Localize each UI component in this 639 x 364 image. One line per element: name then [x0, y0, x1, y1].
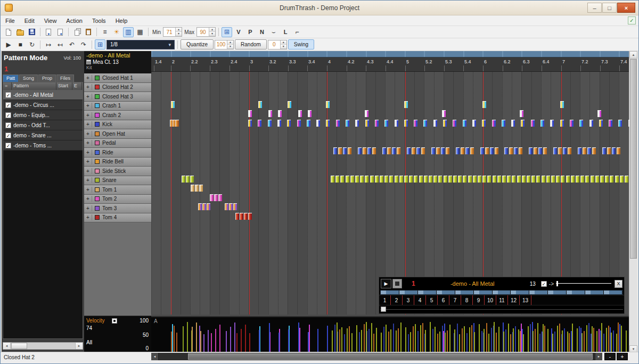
note[interactable] — [453, 176, 457, 183]
velocity-bar[interactable] — [619, 324, 620, 352]
pattern-row[interactable]: ✓-demo - All Metal — [3, 90, 83, 100]
velocity-bar[interactable] — [543, 324, 544, 352]
note[interactable] — [597, 110, 601, 117]
note[interactable] — [277, 120, 281, 127]
note[interactable] — [191, 185, 194, 192]
measure-cell[interactable]: 3 — [403, 295, 414, 305]
velocity-bar[interactable] — [486, 323, 487, 352]
note[interactable] — [365, 110, 368, 117]
velocity-bar[interactable] — [349, 326, 350, 352]
track-row[interactable]: +Crash 1 — [84, 102, 151, 111]
note[interactable] — [244, 213, 248, 220]
note[interactable] — [384, 176, 388, 183]
velocity-bar[interactable] — [364, 324, 365, 352]
paste-button[interactable] — [83, 27, 94, 37]
note[interactable] — [171, 101, 175, 108]
velocity-bar[interactable] — [430, 322, 431, 352]
note[interactable] — [298, 110, 302, 117]
note[interactable] — [335, 176, 339, 183]
velocity-bar[interactable] — [596, 331, 597, 352]
note[interactable] — [478, 176, 481, 183]
note[interactable] — [326, 101, 330, 108]
note[interactable] — [346, 176, 349, 183]
note[interactable] — [367, 147, 371, 154]
note[interactable] — [444, 176, 447, 183]
note[interactable] — [583, 147, 586, 154]
note[interactable] — [618, 120, 622, 127]
note[interactable] — [365, 120, 369, 127]
max-up-icon[interactable]: ▴ — [209, 28, 215, 32]
note[interactable] — [482, 120, 486, 127]
note[interactable] — [504, 147, 508, 154]
note[interactable] — [248, 120, 252, 127]
note[interactable] — [542, 176, 545, 183]
random-up-icon[interactable]: ▴ — [281, 40, 286, 45]
track-row[interactable]: +Tom 4 — [84, 213, 151, 223]
velocity-bar[interactable] — [562, 330, 563, 352]
note[interactable] — [297, 120, 301, 127]
track-add-button[interactable]: + — [84, 112, 92, 118]
note[interactable] — [382, 147, 386, 154]
note[interactable] — [540, 120, 544, 127]
note[interactable] — [307, 120, 310, 127]
velocity-bar[interactable] — [601, 323, 602, 352]
note[interactable] — [560, 120, 564, 127]
timeline-ruler[interactable]: 1.422.22.32.433.23.33.444.24.34.455.25.3… — [151, 57, 630, 72]
measure-cell[interactable]: 8 — [461, 295, 473, 305]
note[interactable] — [438, 176, 442, 183]
velocity-bar[interactable] — [234, 322, 235, 352]
note[interactable] — [268, 110, 272, 117]
measure-cell[interactable]: 4 — [414, 295, 426, 305]
note[interactable] — [358, 147, 362, 154]
measure-cell[interactable]: 9 — [473, 295, 485, 305]
velocity-bar[interactable] — [547, 329, 548, 352]
note[interactable] — [482, 176, 486, 183]
note[interactable] — [442, 110, 446, 117]
grid-hscrollbar[interactable]: ◂ ▸ — [151, 353, 602, 360]
velocity-bar[interactable] — [508, 324, 509, 352]
note[interactable] — [576, 176, 579, 183]
velocity-bar[interactable] — [226, 331, 227, 352]
note[interactable] — [207, 203, 210, 210]
note[interactable] — [571, 176, 575, 183]
velocity-bar[interactable] — [393, 324, 394, 352]
velocity-bar[interactable] — [383, 327, 384, 352]
open-button[interactable] — [15, 27, 26, 37]
note[interactable] — [195, 185, 199, 192]
velocity-bar[interactable] — [368, 329, 370, 352]
velocity-bar[interactable] — [559, 324, 560, 352]
measure-cell[interactable]: 10 — [485, 295, 496, 305]
note[interactable] — [458, 176, 462, 183]
tab-song[interactable]: Song — [19, 75, 38, 82]
pattern-row[interactable]: ✓demo - Equip... — [3, 110, 83, 120]
note[interactable] — [568, 147, 571, 154]
velocity-bar[interactable] — [520, 331, 521, 352]
note[interactable] — [561, 176, 564, 183]
note[interactable] — [579, 120, 583, 127]
menu-item-tools[interactable]: Tools — [87, 16, 111, 25]
velocity-bar[interactable] — [579, 326, 580, 352]
velocity-bar[interactable] — [359, 332, 360, 352]
velocity-bar[interactable] — [449, 325, 450, 352]
note[interactable] — [258, 120, 261, 127]
note[interactable] — [591, 176, 594, 183]
note[interactable] — [521, 120, 525, 127]
track-add-button[interactable]: + — [84, 103, 92, 109]
note[interactable] — [490, 147, 494, 154]
track-add-button[interactable]: + — [84, 150, 92, 155]
velocity-bar[interactable] — [481, 331, 482, 352]
note[interactable] — [497, 176, 501, 183]
note[interactable] — [190, 176, 194, 183]
note[interactable] — [225, 203, 228, 210]
note[interactable] — [617, 147, 620, 154]
velocity-bar[interactable] — [528, 326, 529, 352]
velocity-bar[interactable] — [308, 332, 309, 352]
note[interactable] — [214, 194, 218, 201]
velocity-bar[interactable] — [608, 326, 609, 352]
velocity-bar[interactable] — [332, 330, 333, 352]
velocity-bar[interactable] — [334, 325, 335, 352]
track-add-button[interactable]: + — [84, 187, 92, 193]
measure-cell[interactable]: 12 — [508, 295, 520, 305]
track-add-button[interactable]: + — [84, 159, 92, 164]
track-add-button[interactable]: + — [84, 205, 92, 211]
